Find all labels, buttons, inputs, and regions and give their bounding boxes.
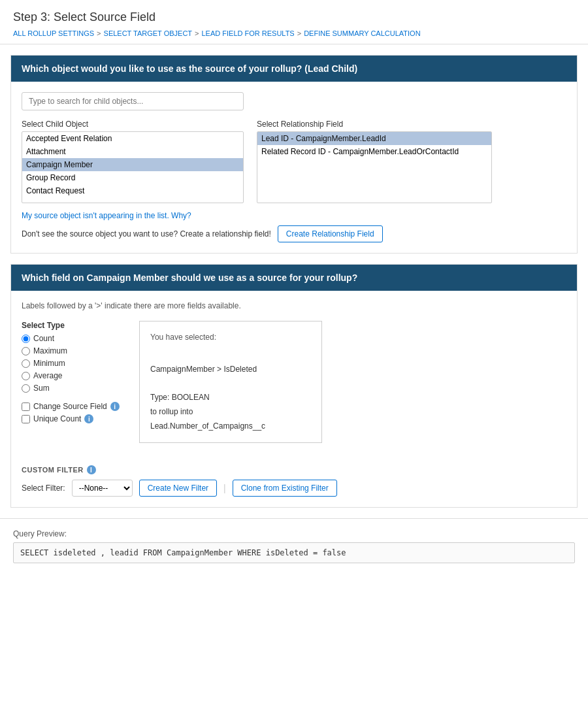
custom-filter-label: CUSTOM FILTER i xyxy=(22,465,566,474)
child-object-group: Select Child Object Accepted Event Relat… xyxy=(22,120,244,203)
filter-select[interactable]: --None-- xyxy=(72,480,133,497)
query-box: SELECT isdeleted , leadid FROM CampaignM… xyxy=(13,542,575,563)
breadcrumb-item-1[interactable]: ALL ROLLUP SETTINGS xyxy=(13,29,94,37)
pipe-separator: | xyxy=(223,483,226,493)
change-source-info-icon[interactable]: i xyxy=(110,402,120,411)
select-filter-label: Select Filter: xyxy=(22,484,65,493)
breadcrumb-item-4[interactable]: DEFINE SUMMARY CALCULATION xyxy=(304,29,420,37)
custom-filter-section: CUSTOM FILTER i Select Filter: --None-- … xyxy=(22,456,566,497)
select-type-group: Select Type Count Maximum Minimum Aver xyxy=(22,321,126,423)
source-field-section: Which field on Campaign Member should we… xyxy=(10,264,578,508)
breadcrumb: ALL ROLLUP SETTINGS > SELECT TARGET OBJE… xyxy=(13,29,575,37)
breadcrumb-sep-1: > xyxy=(97,29,101,37)
radio-group: Count Maximum Minimum Average Sum xyxy=(22,334,126,393)
list-item[interactable]: Related Record ID - CampaignMember.LeadO… xyxy=(257,145,491,158)
list-item[interactable]: Accepted Event Relation xyxy=(22,132,243,145)
select-type-label: Select Type xyxy=(22,321,126,330)
selected-title: You have selected: xyxy=(150,331,311,345)
custom-filter-info-icon[interactable]: i xyxy=(87,465,96,474)
list-item[interactable]: Contact Request xyxy=(22,184,243,197)
child-object-label: Select Child Object xyxy=(22,120,244,129)
filter-row: Select Filter: --None-- Create New Filte… xyxy=(22,480,566,497)
breadcrumb-item-3[interactable]: LEAD FIELD FOR RESULTS xyxy=(201,29,294,37)
selected-rollup-label: to rollup into xyxy=(150,405,311,419)
selected-field-value: CampaignMember > IsDeleted xyxy=(150,363,311,377)
list-item[interactable]: Attachment xyxy=(22,145,243,158)
child-object-search[interactable] xyxy=(22,92,244,110)
source-object-header: Which object would you like to use as th… xyxy=(11,56,577,82)
list-item[interactable]: Lead ID - CampaignMember.LeadId xyxy=(257,132,491,145)
source-object-section: Which object would you like to use as th… xyxy=(10,55,578,254)
unique-count-label: Unique Count xyxy=(33,414,81,423)
create-relationship-button[interactable]: Create Relationship Field xyxy=(278,225,383,242)
radio-count[interactable]: Count xyxy=(22,334,126,343)
radio-maximum[interactable]: Maximum xyxy=(22,346,126,355)
page-title: Step 3: Select Source Field xyxy=(13,10,575,24)
help-link[interactable]: My source object isn't appearing in the … xyxy=(22,211,566,220)
relationship-field-list[interactable]: Lead ID - CampaignMember.LeadId Related … xyxy=(257,131,492,203)
hint-text: Labels followed by a '>' indicate there … xyxy=(22,301,566,310)
change-source-label: Change Source Field xyxy=(33,402,107,411)
page-header: Step 3: Select Source Field ALL ROLLUP S… xyxy=(0,0,588,44)
unique-count-info-icon[interactable]: i xyxy=(84,414,93,423)
list-item[interactable]: Campaign Member xyxy=(22,158,243,171)
checkbox-group: Change Source Field i Unique Count i xyxy=(22,402,126,423)
radio-average[interactable]: Average xyxy=(22,371,126,380)
breadcrumb-sep-2: > xyxy=(195,29,199,37)
type-and-selection: Select Type Count Maximum Minimum Aver xyxy=(22,321,566,443)
checkbox-change-source[interactable]: Change Source Field i xyxy=(22,402,126,411)
breadcrumb-item-2[interactable]: SELECT TARGET OBJECT xyxy=(104,29,193,37)
selected-rollup-field: Lead.Number_of_Campaigns__c xyxy=(150,419,311,434)
radio-sum[interactable]: Sum xyxy=(22,384,126,393)
selected-type: Type: BOOLEAN xyxy=(150,391,311,405)
source-field-header: Which field on Campaign Member should we… xyxy=(11,265,577,291)
relationship-field-label: Select Relationship Field xyxy=(257,120,492,129)
breadcrumb-sep-3: > xyxy=(297,29,301,37)
selected-field-box: You have selected: CampaignMember > IsDe… xyxy=(139,321,322,443)
relationship-field-group: Select Relationship Field Lead ID - Camp… xyxy=(257,120,492,203)
object-selectors: Select Child Object Accepted Event Relat… xyxy=(22,120,566,203)
no-source-text: Don't see the source object you want to … xyxy=(22,229,271,238)
query-section: Query Preview: SELECT isdeleted , leadid… xyxy=(0,518,588,574)
checkbox-unique-count[interactable]: Unique Count i xyxy=(22,414,126,423)
clone-filter-button[interactable]: Clone from Existing Filter xyxy=(233,480,337,497)
radio-minimum[interactable]: Minimum xyxy=(22,359,126,368)
create-new-filter-button[interactable]: Create New Filter xyxy=(139,480,217,497)
child-object-list[interactable]: Accepted Event Relation Attachment Campa… xyxy=(22,131,244,203)
no-source-row: Don't see the source object you want to … xyxy=(22,225,566,242)
query-label: Query Preview: xyxy=(13,529,575,538)
list-item[interactable]: Group Record xyxy=(22,171,243,184)
